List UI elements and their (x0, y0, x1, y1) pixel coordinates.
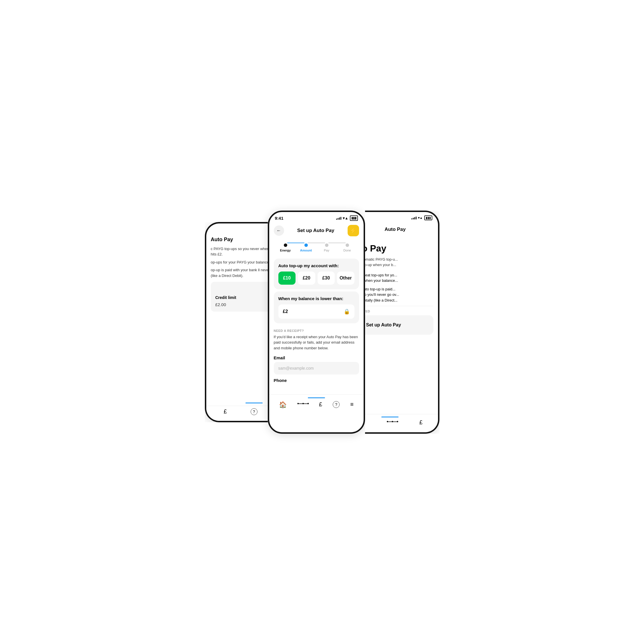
step-amount: Amount (304, 243, 308, 247)
check-item-2: ✓ Your auto top-up is paid...card, so yo… (365, 286, 433, 303)
right-nav-home[interactable]: 🏠 (365, 419, 365, 427)
check-item-1: ✓ Set repeat top-ups for yo...meter when… (365, 272, 433, 284)
lightning-action[interactable]: ⚡ (348, 225, 359, 236)
get-started-label: GET STARTED (365, 306, 433, 313)
balance-card-title: When my balance is lower than: (278, 296, 354, 301)
step-done: Done (346, 243, 349, 247)
lock-icon: 🔒 (344, 308, 350, 315)
left-nav-payment[interactable]: £ (224, 408, 227, 415)
email-input[interactable]: sam@example.com (274, 362, 359, 374)
right-content: Auto Pay Set up automatic PAYG top-u...f… (365, 237, 438, 341)
right-bottom-nav: 🏠 •—•—• £ (365, 419, 433, 427)
setup-autopay-button[interactable]: ∞ Set up Auto Pay (365, 315, 433, 335)
receipt-section: NEED A RECEIPT? If you'd like a receipt … (269, 326, 364, 356)
step-energy: Energy (284, 243, 287, 247)
step-pay: Pay (325, 243, 328, 247)
receipt-text: If you'd like a receipt when your Auto P… (274, 334, 359, 351)
amount-card-title: Auto top-up my account with: (278, 263, 354, 268)
right-desc: Set up automatic PAYG top-u...forget to … (365, 257, 433, 268)
check-text-1: Set repeat top-ups for yo...meter when y… (365, 272, 398, 284)
center-nav-title: Set up Auto Pay (284, 228, 348, 233)
right-nav-bar: ← Auto Pay (365, 221, 438, 237)
setup-autopay-label: Set up Auto Pay (366, 322, 401, 328)
left-page-title: Auto Pay (211, 237, 268, 243)
left-credit-card: 🗑 Credit limit £2.00 (211, 282, 268, 312)
amount-30-button[interactable]: £30 (318, 272, 335, 285)
check-text-2: Your auto top-up is paid...card, so you'… (365, 286, 399, 303)
left-bottom-nav: £ ? ≡ (206, 406, 268, 421)
right-nav-title: Auto Pay (365, 227, 433, 232)
balance-card: When my balance is lower than: £2 🔒 (274, 292, 359, 323)
stepper: Energy Amount Pay Done (269, 239, 364, 256)
center-nav-help[interactable]: ? (333, 401, 340, 408)
right-nav-payment[interactable]: £ (419, 419, 423, 427)
right-status-bar: 9:41 ▾▲ ▮▮▮ (365, 212, 438, 221)
right-nav-connect[interactable]: •—•—• (387, 419, 398, 427)
center-nav-menu[interactable]: ≡ (350, 401, 354, 409)
amount-20-button[interactable]: £20 (298, 272, 315, 285)
amount-other-button[interactable]: Other (337, 272, 354, 285)
center-status-bar: 9:41 ▾▲ ▮▮▮ (269, 212, 364, 222)
left-desc3: op-up is paid with your bank ll never go… (211, 267, 268, 278)
center-time: 9:41 (275, 216, 284, 221)
center-bottom-nav: 🏠 •—•—• £ ? ≡ (269, 400, 364, 411)
right-phone: 9:41 ▾▲ ▮▮▮ ← Auto Pay (365, 211, 439, 434)
center-nav-payment[interactable]: £ (319, 401, 322, 409)
center-nav-connect[interactable]: •—•—• (297, 401, 308, 409)
back-button[interactable]: ← (274, 225, 284, 236)
credit-limit-label: Credit limit (215, 295, 268, 300)
left-phone: 📶 🔋 Auto Pay c PAYG top-ups so you never… (205, 222, 268, 422)
left-nav-help[interactable]: ? (251, 408, 257, 415)
amount-buttons: £10 £20 £30 Other (278, 272, 354, 285)
phone-label: Phone (269, 378, 364, 383)
center-nav-bar: ← Set up Auto Pay ⚡ (269, 222, 364, 239)
email-label: Email (269, 355, 364, 360)
left-desc2: op-ups for your PAYG your balance reache… (211, 259, 268, 265)
receipt-label: NEED A RECEIPT? (274, 329, 359, 332)
credit-limit-value: £2.00 (215, 302, 268, 307)
balance-value: £2 (283, 309, 288, 314)
center-phone: 9:41 ▾▲ ▮▮▮ ← Set up Auto Pay ⚡ (268, 211, 365, 434)
left-desc1: c PAYG top-ups so you never when your ba… (211, 246, 268, 257)
right-big-title: Auto Pay (365, 243, 433, 254)
center-nav-home[interactable]: 🏠 (279, 401, 287, 409)
amount-10-button[interactable]: £10 (278, 272, 296, 285)
balance-input-row: £2 🔒 (278, 304, 354, 319)
left-status-bar: 📶 🔋 (206, 223, 268, 232)
amount-card: Auto top-up my account with: £10 £20 £30… (274, 259, 359, 289)
